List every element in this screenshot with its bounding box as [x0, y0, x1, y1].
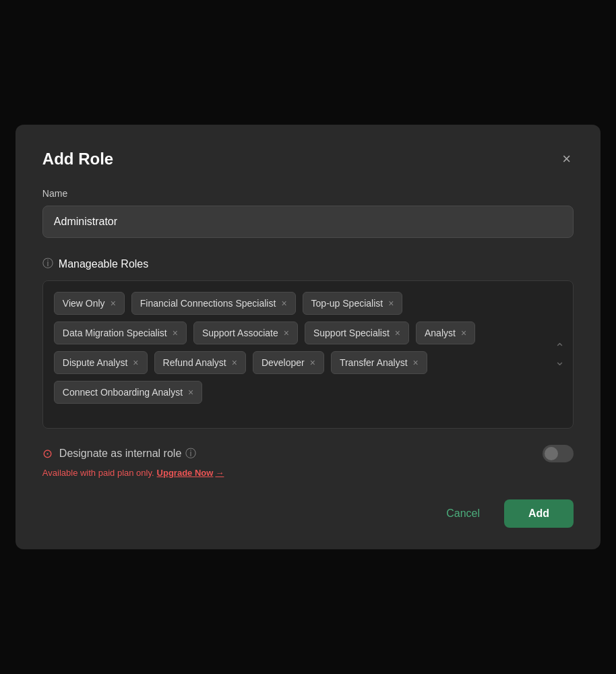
internal-role-toggle[interactable] — [543, 445, 574, 462]
upgrade-text: Available with paid plan only. — [42, 468, 154, 478]
role-tag-label-financial-connections-specialist: Financial Connections Specialist — [140, 298, 276, 309]
scroll-up-icon[interactable]: ⌃ — [555, 342, 565, 354]
role-tag-label-view-only: View Only — [63, 298, 105, 309]
role-tag-financial-connections-specialist: Financial Connections Specialist× — [131, 292, 296, 315]
internal-role-row: ⊙ Designate as internal role ⓘ — [42, 445, 574, 462]
role-tag-label-connect-onboarding-analyst: Connect Onboarding Analyst — [63, 387, 183, 398]
cancel-button[interactable]: Cancel — [433, 499, 493, 528]
role-tag-remove-transfer-analyst[interactable]: × — [413, 358, 419, 367]
role-tag-view-only: View Only× — [54, 292, 125, 315]
role-tag-label-transfer-analyst: Transfer Analyst — [340, 357, 408, 368]
role-tag-label-data-migration-specialist: Data Migration Specialist — [63, 328, 167, 338]
role-tag-remove-support-specialist[interactable]: × — [395, 328, 400, 338]
internal-role-label: Designate as internal role ⓘ — [59, 447, 196, 461]
role-tag-remove-refund-analyst[interactable]: × — [232, 358, 237, 367]
name-input[interactable] — [42, 206, 574, 238]
role-tag-transfer-analyst: Transfer Analyst× — [331, 351, 427, 374]
role-tag-dispute-analyst: Dispute Analyst× — [54, 351, 148, 374]
role-tag-developer: Developer× — [253, 351, 324, 374]
role-tag-remove-connect-onboarding-analyst[interactable]: × — [188, 388, 193, 397]
role-tag-remove-view-only[interactable]: × — [111, 299, 116, 308]
roles-list: View Only×Financial Connections Speciali… — [54, 292, 562, 404]
manageable-roles-header: ⓘ Manageable Roles — [42, 257, 574, 271]
role-tag-support-associate: Support Associate× — [193, 321, 298, 344]
role-tag-support-specialist: Support Specialist× — [305, 321, 409, 344]
role-tag-remove-top-up-specialist[interactable]: × — [388, 299, 394, 308]
role-tag-label-refund-analyst: Refund Analyst — [163, 357, 226, 368]
add-role-modal: Add Role × Name ⓘ Manageable Roles View … — [16, 125, 600, 549]
roles-container: View Only×Financial Connections Speciali… — [42, 280, 574, 429]
role-tag-label-dispute-analyst: Dispute Analyst — [63, 357, 128, 368]
modal-overlay: Add Role × Name ⓘ Manageable Roles View … — [0, 0, 616, 674]
modal-header: Add Role × — [42, 149, 574, 169]
add-button[interactable]: Add — [504, 499, 574, 528]
close-button[interactable]: × — [559, 149, 574, 169]
role-tag-remove-financial-connections-specialist[interactable]: × — [281, 299, 286, 308]
role-tag-data-migration-specialist: Data Migration Specialist× — [54, 321, 187, 344]
role-tag-label-developer: Developer — [261, 357, 305, 368]
role-tag-label-top-up-specialist: Top-up Specialist — [311, 298, 383, 309]
role-tag-label-support-specialist: Support Specialist — [313, 328, 390, 338]
info-icon[interactable]: ⓘ — [42, 257, 53, 271]
role-tag-remove-data-migration-specialist[interactable]: × — [173, 328, 178, 338]
role-tag-remove-dispute-analyst[interactable]: × — [133, 358, 138, 367]
modal-title: Add Role — [42, 150, 113, 168]
role-tag-label-analyst: Analyst — [425, 328, 456, 338]
role-tag-remove-support-associate[interactable]: × — [284, 328, 289, 338]
role-tag-remove-developer[interactable]: × — [310, 358, 315, 367]
toggle-knob — [545, 447, 558, 460]
name-field-label: Name — [42, 188, 574, 199]
role-tag-analyst: Analyst× — [416, 321, 475, 344]
modal-footer: Cancel Add — [42, 499, 574, 528]
role-tag-top-up-specialist: Top-up Specialist× — [303, 292, 403, 315]
scroll-down-icon[interactable]: ⌄ — [555, 355, 565, 367]
upgrade-link[interactable]: Upgrade Now → — [157, 468, 224, 478]
internal-role-left: ⊙ Designate as internal role ⓘ — [42, 446, 196, 461]
role-tag-remove-analyst[interactable]: × — [461, 328, 466, 338]
manageable-roles-title: Manageable Roles — [59, 258, 148, 270]
internal-role-info-icon[interactable]: ⓘ — [185, 447, 196, 461]
upgrade-row: Available with paid plan only. Upgrade N… — [42, 468, 574, 478]
warning-icon: ⊙ — [42, 446, 53, 461]
role-tag-label-support-associate: Support Associate — [202, 328, 278, 338]
role-tag-connect-onboarding-analyst: Connect Onboarding Analyst× — [54, 381, 202, 404]
scroll-arrows[interactable]: ⌃ ⌄ — [555, 342, 565, 367]
role-tag-refund-analyst: Refund Analyst× — [154, 351, 246, 374]
